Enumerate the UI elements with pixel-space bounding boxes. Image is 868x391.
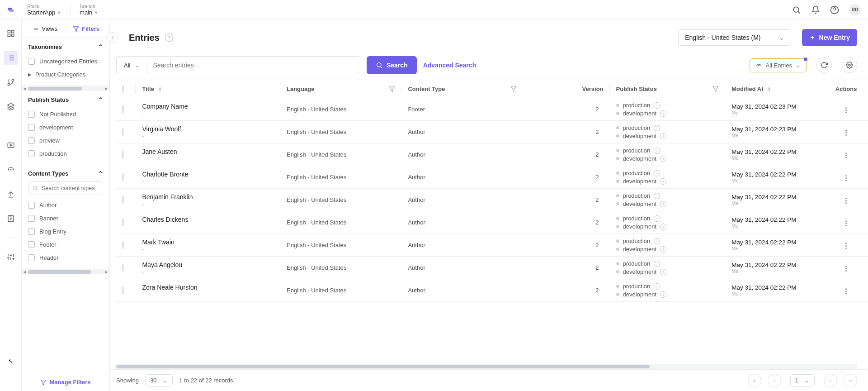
branch-selector[interactable]: Branch main▼ xyxy=(80,4,107,16)
section-content-types-toggle[interactable]: Content Types ⌃ xyxy=(22,165,109,181)
nav-dashboard[interactable] xyxy=(4,26,18,41)
tab-filters[interactable]: Filters xyxy=(67,23,105,35)
table-row[interactable]: Zora Neale Hurston-English - United Stat… xyxy=(116,279,868,302)
row-actions-menu[interactable] xyxy=(843,240,849,252)
nav-assets[interactable] xyxy=(4,100,18,114)
filter-icon[interactable] xyxy=(510,86,517,92)
table-row[interactable]: Jane Austen-English - United StatesAutho… xyxy=(116,143,868,166)
pager-last[interactable]: » xyxy=(844,374,857,387)
section-publish-status-toggle[interactable]: Publish Status ⌃ xyxy=(22,91,109,107)
info-icon[interactable]: i xyxy=(660,133,666,139)
row-actions-menu[interactable] xyxy=(843,263,849,274)
sort-icon[interactable]: ▲▼ xyxy=(158,86,162,92)
tab-views[interactable]: Views xyxy=(26,23,64,35)
search-input[interactable] xyxy=(147,57,360,74)
table-row[interactable]: Maya Angelou-English - United StatesAuth… xyxy=(116,257,868,279)
nav-content-models[interactable] xyxy=(4,75,18,90)
search-button[interactable]: Search xyxy=(367,56,417,74)
nav-entries[interactable] xyxy=(4,51,18,65)
taxonomy-product-categories[interactable]: ▶ Product Categories xyxy=(28,68,103,81)
row-actions-menu[interactable] xyxy=(843,127,849,138)
publish-status-filter-item[interactable]: production xyxy=(28,147,103,160)
info-icon[interactable]: i xyxy=(654,193,660,199)
info-icon[interactable]: i xyxy=(660,201,666,207)
taxonomies-hscroll[interactable] xyxy=(22,86,109,91)
table-row[interactable]: Charles Dickens-English - United StatesA… xyxy=(116,211,868,234)
help-icon[interactable] xyxy=(830,5,839,14)
all-entries-view-button[interactable]: All Entries ⌄ xyxy=(750,58,807,72)
page-number-selector[interactable]: 1 ⌄ xyxy=(790,374,815,386)
row-checkbox[interactable] xyxy=(123,219,123,226)
locale-selector[interactable]: English - United States (M) ⌄ xyxy=(678,29,791,46)
select-all-checkbox[interactable] xyxy=(123,85,123,93)
row-checkbox[interactable] xyxy=(123,196,123,204)
content-type-filter-item[interactable]: Blog Entry xyxy=(28,225,103,238)
col-publish-status[interactable]: Publish Status xyxy=(616,86,657,92)
content-type-filter-item[interactable]: Header xyxy=(28,251,103,264)
row-actions-menu[interactable] xyxy=(843,286,849,297)
section-taxonomies-toggle[interactable]: Taxonomies ⌃ xyxy=(22,38,109,54)
content-type-filter-item[interactable]: Banner xyxy=(28,212,103,225)
row-checkbox[interactable] xyxy=(123,151,123,158)
row-actions-menu[interactable] xyxy=(843,150,849,161)
filter-icon[interactable] xyxy=(712,86,719,92)
info-icon[interactable]: i xyxy=(660,178,666,185)
search-icon[interactable] xyxy=(792,5,801,14)
table-row[interactable]: Mark Twain-English - United StatesAuthor… xyxy=(116,234,868,257)
info-icon[interactable]: i xyxy=(660,110,666,117)
table-row[interactable]: Virginia Woolf-English - United StatesAu… xyxy=(116,121,868,143)
content-type-filter-item[interactable]: Author xyxy=(28,199,103,212)
user-avatar[interactable]: RD xyxy=(849,4,861,16)
help-icon[interactable]: ? xyxy=(165,33,173,42)
nav-publish-queue[interactable] xyxy=(4,162,18,177)
publish-status-filter-item[interactable]: development xyxy=(28,121,103,134)
table-settings-button[interactable] xyxy=(842,57,857,73)
info-icon[interactable]: i xyxy=(660,269,666,275)
info-icon[interactable]: i xyxy=(654,215,660,222)
advanced-search-link[interactable]: Advanced Search xyxy=(423,62,476,69)
back-button[interactable] xyxy=(107,32,118,43)
sort-icon[interactable]: ▲▼ xyxy=(767,86,772,92)
nav-tasks[interactable] xyxy=(4,211,18,226)
row-actions-menu[interactable] xyxy=(843,195,849,206)
table-hscroll[interactable] xyxy=(116,364,857,369)
info-icon[interactable]: i xyxy=(654,261,660,267)
row-actions-menu[interactable] xyxy=(843,218,849,229)
pager-next[interactable]: › xyxy=(824,374,837,387)
bell-icon[interactable] xyxy=(811,5,820,14)
content-type-filter-item[interactable]: Footer xyxy=(28,238,103,251)
col-version[interactable]: Version xyxy=(582,86,604,92)
info-icon[interactable]: i xyxy=(654,238,660,244)
publish-status-filter-item[interactable]: Not Published xyxy=(28,108,103,121)
info-icon[interactable]: i xyxy=(654,125,660,131)
info-icon[interactable]: i xyxy=(660,246,666,253)
publish-status-filter-item[interactable]: preview xyxy=(28,134,103,147)
info-icon[interactable]: i xyxy=(654,283,660,290)
row-actions-menu[interactable] xyxy=(843,172,849,184)
row-checkbox[interactable] xyxy=(123,286,123,294)
col-language[interactable]: Language xyxy=(287,86,314,92)
taxonomy-uncategorized[interactable]: Uncategorized Entries xyxy=(28,55,103,68)
pager-first[interactable]: « xyxy=(748,374,761,387)
nav-releases[interactable] xyxy=(4,138,18,153)
table-row[interactable]: Charlotte Bronte-English - United States… xyxy=(116,166,868,189)
info-icon[interactable]: i xyxy=(660,224,666,230)
content-type-search-input[interactable] xyxy=(41,185,109,192)
info-icon[interactable]: i xyxy=(660,291,666,298)
filter-icon[interactable] xyxy=(389,86,395,92)
col-title[interactable]: Title xyxy=(142,86,154,92)
table-row[interactable]: Company Name-English - United StatesFoot… xyxy=(116,98,868,121)
row-checkbox[interactable] xyxy=(123,105,123,113)
nav-upload[interactable] xyxy=(4,187,18,201)
row-checkbox[interactable] xyxy=(123,173,123,181)
info-icon[interactable]: i xyxy=(660,156,666,162)
col-modified-at[interactable]: Modified At xyxy=(731,86,763,92)
search-scope-dropdown[interactable]: All ⌄ xyxy=(117,57,147,74)
page-size-selector[interactable]: 30 ⌄ xyxy=(145,374,173,386)
info-icon[interactable]: i xyxy=(654,102,660,109)
stack-selector[interactable]: Stack StarterApp▼ xyxy=(27,4,71,16)
refresh-button[interactable] xyxy=(816,57,832,73)
info-icon[interactable]: i xyxy=(654,170,660,176)
row-checkbox[interactable] xyxy=(123,128,123,136)
table-row[interactable]: Benjamin Franklin-English - United State… xyxy=(116,189,868,211)
